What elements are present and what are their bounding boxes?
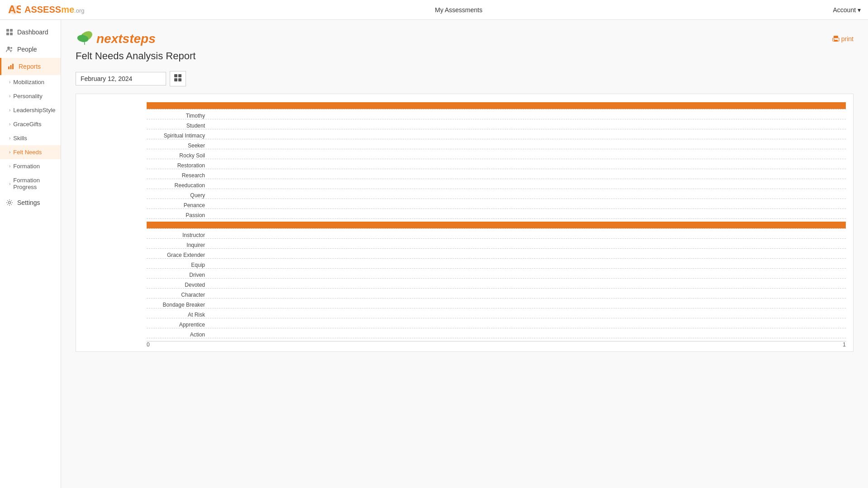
svg-rect-5 xyxy=(10,33,13,35)
svg-rect-3 xyxy=(10,29,13,32)
x-axis-max: 1 xyxy=(843,341,846,348)
sidebar-item-dashboard[interactable]: Dashboard xyxy=(0,24,61,41)
svg-rect-10 xyxy=(12,64,14,69)
sidebar-item-settings[interactable]: Settings xyxy=(0,194,61,211)
bar-track xyxy=(147,212,846,219)
sidebar-sub-item-formationprogress[interactable]: › Formation Progress xyxy=(0,173,61,194)
svg-rect-4 xyxy=(6,33,9,35)
sidebar-item-dashboard-label: Dashboard xyxy=(17,28,48,36)
sidebar-sub-label-mobilization: Mobilization xyxy=(13,79,44,85)
bar-track xyxy=(147,112,846,119)
bar-track xyxy=(147,142,846,149)
sidebar-sub-item-mobilization[interactable]: › Mobilization xyxy=(0,75,61,89)
main-content: nextsteps print Felt Needs Analysis Repo… xyxy=(61,20,868,488)
bar-row: Devoted xyxy=(147,280,846,289)
bar-row: Life Transformation xyxy=(147,221,846,230)
account-button[interactable]: Account xyxy=(833,6,861,14)
bar-track xyxy=(147,301,846,308)
print-button[interactable]: print xyxy=(832,35,854,43)
sidebar-item-people[interactable]: People xyxy=(0,41,61,58)
sidebar: Dashboard People Reports › Mobilization … xyxy=(0,20,61,488)
bar-track xyxy=(147,242,846,249)
chart-container: Wounded WarriorTimothyStudentSpiritual I… xyxy=(76,94,854,352)
svg-text:ASSESS: ASSESS xyxy=(8,4,21,15)
bar-row: Seeker xyxy=(147,141,846,150)
bar-fill xyxy=(147,222,846,228)
chevron-icon: › xyxy=(9,94,10,99)
svg-rect-21 xyxy=(178,78,181,81)
bar-track xyxy=(147,152,846,159)
svg-rect-14 xyxy=(834,36,838,38)
bar-row: Query xyxy=(147,191,846,200)
bar-track xyxy=(147,311,846,318)
bar-track xyxy=(147,222,846,229)
dashboard-icon xyxy=(5,28,14,36)
bar-track xyxy=(147,232,846,239)
bar-track xyxy=(147,102,846,109)
sidebar-sub-label-skills: Skills xyxy=(13,135,27,142)
bar-row: Penance xyxy=(147,201,846,210)
sidebar-sub-item-gracegifts[interactable]: › GraceGifts xyxy=(0,117,61,131)
bar-row: Wounded Warrior xyxy=(147,101,846,110)
bar-track xyxy=(147,291,846,298)
bar-row: Student xyxy=(147,121,846,130)
bar-row: Apprentice xyxy=(147,320,846,329)
bar-track xyxy=(147,192,846,199)
sidebar-sub-item-skills[interactable]: › Skills xyxy=(0,131,61,145)
bar-track xyxy=(147,281,846,289)
chevron-icon: › xyxy=(9,150,10,155)
sidebar-sub-label-formationprogress: Formation Progress xyxy=(13,177,55,190)
bar-track xyxy=(147,261,846,269)
logo: ASSESS ASSESSme.org xyxy=(7,4,84,16)
bar-track xyxy=(147,162,846,169)
sidebar-item-reports[interactable]: Reports xyxy=(0,58,61,75)
print-label: print xyxy=(841,35,854,43)
x-axis: 0 1 xyxy=(147,341,846,348)
svg-rect-17 xyxy=(834,39,835,40)
people-icon xyxy=(5,45,14,53)
top-nav: ASSESS ASSESSme.org My Assessments Accou… xyxy=(0,0,868,20)
bar-track xyxy=(147,251,846,259)
bar-row: Equip xyxy=(147,261,846,270)
svg-rect-20 xyxy=(174,78,177,81)
my-assessments-link[interactable]: My Assessments xyxy=(435,6,482,14)
svg-rect-9 xyxy=(10,65,12,69)
sidebar-sub-item-formation[interactable]: › Formation xyxy=(0,159,61,173)
bar-track xyxy=(147,132,846,139)
chevron-icon: › xyxy=(9,181,10,186)
bar-track xyxy=(147,182,846,189)
bar-row: Driven xyxy=(147,270,846,280)
bar-row: Character xyxy=(147,290,846,299)
date-input[interactable] xyxy=(76,72,166,85)
settings-icon xyxy=(5,199,14,207)
sidebar-sub-label-leadershipstyle: LeadershipStyle xyxy=(13,107,55,114)
bar-track xyxy=(147,321,846,328)
bar-row: Action xyxy=(147,330,846,339)
chevron-icon: › xyxy=(9,108,10,113)
sidebar-sub-item-leadershipstyle[interactable]: › LeadershipStyle xyxy=(0,103,61,117)
bar-track xyxy=(147,172,846,179)
logo-text: ASSESSme.org xyxy=(24,5,84,15)
x-axis-min: 0 xyxy=(147,341,150,348)
org-name: nextsteps xyxy=(96,32,156,46)
chevron-icon: › xyxy=(9,164,10,169)
svg-rect-16 xyxy=(834,40,838,42)
svg-rect-8 xyxy=(8,66,10,69)
bar-track xyxy=(147,202,846,209)
sidebar-item-reports-label: Reports xyxy=(19,63,41,70)
filter-row xyxy=(76,71,854,86)
bar-row: Timothy xyxy=(147,111,846,120)
bar-row: Research xyxy=(147,171,846,180)
svg-rect-19 xyxy=(178,74,181,77)
sidebar-sub-item-personality[interactable]: › Personality xyxy=(0,89,61,103)
chevron-icon: › xyxy=(9,136,10,141)
bar-row: Spiritual Intimacy xyxy=(147,131,846,140)
bar-row: Reeducation xyxy=(147,181,846,190)
chevron-icon: › xyxy=(9,80,10,85)
bar-row: Restoration xyxy=(147,161,846,170)
grid-view-button[interactable] xyxy=(170,71,186,86)
sidebar-sub-item-feltneeds[interactable]: › Felt Needs xyxy=(0,145,61,159)
sidebar-item-people-label: People xyxy=(17,46,37,53)
print-icon xyxy=(832,35,839,43)
svg-rect-18 xyxy=(174,74,177,77)
